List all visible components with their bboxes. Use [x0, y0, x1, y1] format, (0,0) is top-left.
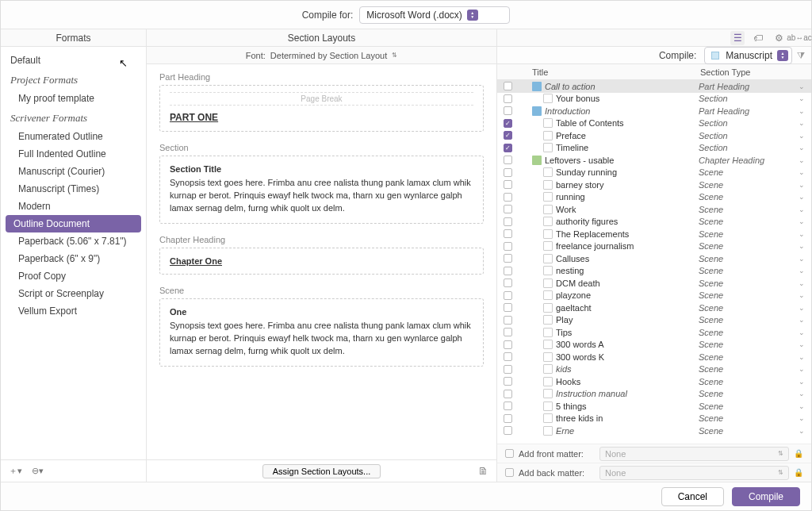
row-section-type[interactable]: Scene: [699, 192, 797, 202]
chevron-down-icon[interactable]: ⌄: [797, 427, 806, 435]
list-view-icon[interactable]: ☰: [730, 31, 745, 45]
back-matter-checkbox[interactable]: [505, 468, 514, 477]
tree-row[interactable]: ErneScene⌄: [497, 425, 811, 437]
include-checkbox[interactable]: [504, 94, 512, 103]
tree-row[interactable]: three kids inScene⌄: [497, 413, 811, 425]
tree-row[interactable]: HooksScene⌄: [497, 375, 811, 388]
format-item[interactable]: Vellum Export: [1, 302, 146, 320]
row-section-type[interactable]: Section: [699, 131, 797, 140]
chevron-down-icon[interactable]: ⌄: [797, 181, 806, 189]
include-checkbox[interactable]: [504, 328, 512, 336]
include-checkbox[interactable]: [504, 180, 512, 189]
include-checkbox[interactable]: [504, 352, 512, 361]
chevron-down-icon[interactable]: ⌄: [797, 168, 806, 176]
include-checkbox[interactable]: [504, 316, 512, 325]
format-options-icon[interactable]: ⊖▾: [32, 466, 44, 476]
chevron-down-icon[interactable]: ⌄: [797, 132, 806, 140]
row-section-type[interactable]: Section: [699, 118, 797, 128]
layout-block[interactable]: Chapter HeadingChapter One: [159, 235, 484, 275]
chevron-down-icon[interactable]: ⌄: [797, 378, 806, 386]
include-checkbox[interactable]: [504, 82, 512, 90]
chevron-down-icon[interactable]: ⌄: [797, 94, 806, 102]
format-item[interactable]: Paperback (6" x 9"): [1, 250, 146, 267]
include-checkbox[interactable]: [504, 168, 512, 177]
tree-row[interactable]: WorkScene⌄: [497, 203, 811, 216]
tag-icon[interactable]: 🏷: [751, 31, 765, 45]
tree-row[interactable]: ✓TimelineSection⌄: [497, 142, 811, 155]
tree-row[interactable]: gaeltachtScene⌄: [497, 302, 811, 314]
chevron-down-icon[interactable]: ⌄: [797, 156, 806, 164]
tree-row[interactable]: ✓Table of ContentsSection⌄: [497, 117, 811, 130]
tree-row[interactable]: PlayScene⌄: [497, 314, 811, 327]
section-type-column-header[interactable]: Section Type: [700, 67, 811, 77]
chevron-down-icon[interactable]: ⌄: [797, 206, 806, 213]
format-item[interactable]: Manuscript (Times): [1, 180, 146, 198]
layouts-list[interactable]: Part HeadingPage BreakPART ONESectionSec…: [147, 64, 496, 459]
tree-row[interactable]: Sunday runningScene⌄: [497, 167, 811, 179]
lock-icon[interactable]: 🔒: [794, 449, 803, 458]
row-section-type[interactable]: Scene: [699, 290, 797, 300]
chevron-down-icon[interactable]: ⌄: [797, 267, 806, 275]
tree-row[interactable]: Leftovers - usableChapter Heading⌄: [497, 154, 811, 167]
layout-block[interactable]: SceneOneSynopsis text goes here. Frimba …: [159, 286, 484, 367]
compile-format-select[interactable]: Microsoft Word (.docx): [359, 6, 510, 24]
row-section-type[interactable]: Scene: [699, 364, 797, 374]
include-checkbox[interactable]: [504, 377, 512, 386]
compile-group-select[interactable]: Manuscript: [704, 47, 792, 64]
row-section-type[interactable]: Scene: [699, 167, 797, 177]
assign-section-layouts-button[interactable]: Assign Section Layouts...: [262, 464, 381, 478]
row-section-type[interactable]: Scene: [699, 389, 797, 398]
format-item[interactable]: My proof template: [1, 90, 146, 107]
include-checkbox[interactable]: [504, 106, 512, 115]
front-matter-checkbox[interactable]: [505, 449, 514, 458]
row-section-type[interactable]: Scene: [699, 205, 797, 214]
include-checkbox[interactable]: [504, 279, 512, 287]
tree-row[interactable]: 300 words KScene⌄: [497, 351, 811, 363]
include-checkbox[interactable]: [504, 205, 512, 213]
chevron-down-icon[interactable]: ⌄: [797, 402, 806, 410]
compile-button[interactable]: Compile: [732, 487, 800, 506]
tree-row[interactable]: nestingScene⌄: [497, 265, 811, 278]
row-section-type[interactable]: Scene: [699, 426, 797, 436]
tree-row[interactable]: playzoneScene⌄: [497, 290, 811, 302]
tree-row[interactable]: IntroductionPart Heading⌄: [497, 105, 811, 117]
tree-row[interactable]: 5 thingsScene⌄: [497, 400, 811, 413]
include-checkbox[interactable]: ✓: [504, 119, 512, 128]
format-item[interactable]: Script or Screenplay: [1, 285, 146, 302]
row-section-type[interactable]: Scene: [699, 180, 797, 190]
tree-row[interactable]: barney storyScene⌄: [497, 179, 811, 191]
chevron-down-icon[interactable]: ⌄: [797, 328, 806, 336]
chevron-down-icon[interactable]: ⌄: [797, 230, 806, 238]
include-checkbox[interactable]: [504, 193, 512, 202]
title-column-header[interactable]: Title: [518, 67, 700, 77]
layout-block[interactable]: Part HeadingPage BreakPART ONE: [159, 72, 484, 132]
tree-row[interactable]: Instruction manualScene⌄: [497, 388, 811, 401]
row-section-type[interactable]: Scene: [699, 315, 797, 325]
contents-tree[interactable]: Call to actionPart Heading⌄Your bonusSec…: [497, 80, 811, 444]
row-section-type[interactable]: Scene: [699, 340, 797, 349]
tree-row[interactable]: Call to actionPart Heading⌄: [497, 80, 811, 93]
tree-row[interactable]: The ReplacementsScene⌄: [497, 228, 811, 240]
chevron-down-icon[interactable]: ⌄: [797, 279, 806, 287]
tree-row[interactable]: DCM deathScene⌄: [497, 277, 811, 290]
format-item[interactable]: Modern: [1, 198, 146, 215]
tree-row[interactable]: Your bonusSection⌄: [497, 93, 811, 106]
tree-row[interactable]: TipsScene⌄: [497, 326, 811, 339]
include-checkbox[interactable]: [504, 217, 512, 226]
row-section-type[interactable]: Scene: [699, 377, 797, 386]
format-item[interactable]: Outline Document: [6, 215, 141, 232]
row-section-type[interactable]: Part Heading: [699, 82, 797, 91]
include-checkbox[interactable]: [504, 229, 512, 238]
row-section-type[interactable]: Scene: [699, 266, 797, 275]
row-section-type[interactable]: Scene: [699, 352, 797, 362]
row-section-type[interactable]: Section: [699, 94, 797, 103]
chevron-down-icon[interactable]: ⌄: [797, 255, 806, 263]
include-checkbox[interactable]: [504, 414, 512, 423]
include-checkbox[interactable]: [504, 254, 512, 263]
row-section-type[interactable]: Part Heading: [699, 106, 797, 116]
chevron-down-icon[interactable]: ⌄: [797, 193, 806, 201]
filter-icon[interactable]: ⧩: [797, 50, 805, 61]
row-section-type[interactable]: Scene: [699, 413, 797, 423]
chevron-down-icon[interactable]: ⌄: [797, 304, 806, 312]
chevron-down-icon[interactable]: ⌄: [797, 316, 806, 324]
